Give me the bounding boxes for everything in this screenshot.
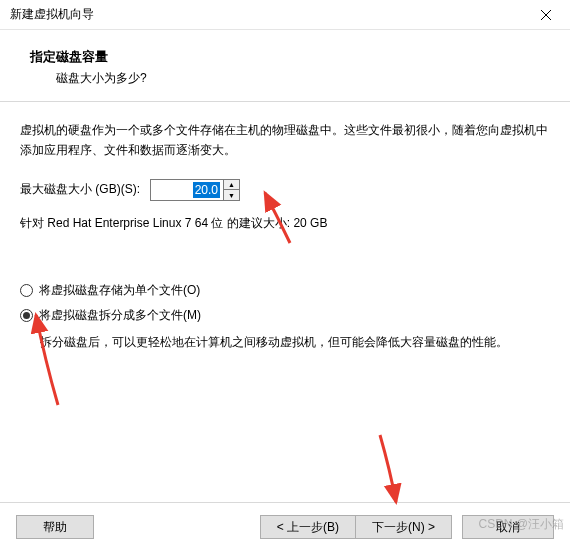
radio-single-label: 将虚拟磁盘存储为单个文件(O) xyxy=(39,282,200,299)
page-subtitle: 磁盘大小为多少? xyxy=(30,70,540,87)
radio-single-file[interactable]: 将虚拟磁盘存储为单个文件(O) xyxy=(20,282,550,299)
cancel-button[interactable]: 取消 xyxy=(462,515,554,539)
split-description: 拆分磁盘后，可以更轻松地在计算机之间移动虚拟机，但可能会降低大容量磁盘的性能。 xyxy=(20,332,550,352)
disk-size-label: 最大磁盘大小 (GB)(S): xyxy=(20,181,140,198)
spinner-buttons: ▲ ▼ xyxy=(223,180,239,200)
back-button[interactable]: < 上一步(B) xyxy=(260,515,355,539)
spinner-down-button[interactable]: ▼ xyxy=(224,190,239,200)
spinner-up-button[interactable]: ▲ xyxy=(224,180,239,191)
wizard-footer: 帮助 < 上一步(B) 下一步(N) > 取消 xyxy=(0,502,570,551)
radio-split-label: 将虚拟磁盘拆分成多个文件(M) xyxy=(39,307,201,324)
annotation-arrow-3 xyxy=(372,430,412,513)
next-button[interactable]: 下一步(N) > xyxy=(355,515,452,539)
nav-buttons: < 上一步(B) 下一步(N) > 取消 xyxy=(260,515,554,539)
titlebar: 新建虚拟机向导 xyxy=(0,0,570,30)
radio-icon xyxy=(20,284,33,297)
close-button[interactable] xyxy=(524,1,568,29)
window-title: 新建虚拟机向导 xyxy=(10,6,94,23)
disk-size-row: 最大磁盘大小 (GB)(S): 20.0 ▲ ▼ xyxy=(20,179,550,201)
wizard-header: 指定磁盘容量 磁盘大小为多少? xyxy=(0,30,570,101)
radio-icon xyxy=(20,309,33,322)
content-area: 虚拟机的硬盘作为一个或多个文件存储在主机的物理磁盘中。这些文件最初很小，随着您向… xyxy=(0,102,570,352)
disk-size-spinner[interactable]: 20.0 ▲ ▼ xyxy=(150,179,240,201)
close-icon xyxy=(541,10,551,20)
description-text: 虚拟机的硬盘作为一个或多个文件存储在主机的物理磁盘中。这些文件最初很小，随着您向… xyxy=(20,120,550,161)
help-button[interactable]: 帮助 xyxy=(16,515,94,539)
page-title: 指定磁盘容量 xyxy=(30,48,540,66)
disk-size-input[interactable]: 20.0 xyxy=(151,180,223,200)
recommended-size-text: 针对 Red Hat Enterprise Linux 7 64 位 的建议大小… xyxy=(20,215,550,232)
storage-radio-group: 将虚拟磁盘存储为单个文件(O) 将虚拟磁盘拆分成多个文件(M) 拆分磁盘后，可以… xyxy=(20,282,550,352)
radio-split-files[interactable]: 将虚拟磁盘拆分成多个文件(M) xyxy=(20,307,550,324)
